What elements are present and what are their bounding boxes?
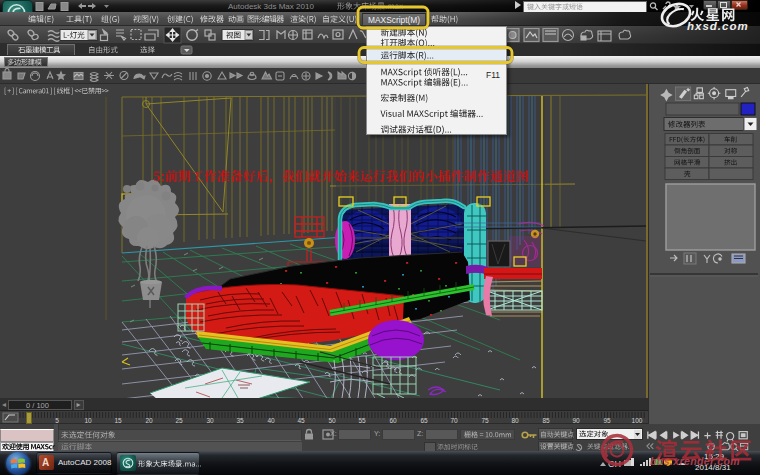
- svg-text:100: 100: [632, 417, 643, 424]
- svg-text:85: 85: [542, 417, 550, 424]
- svg-text:45: 45: [297, 417, 305, 424]
- svg-text:30: 30: [206, 417, 214, 424]
- svg-text:35: 35: [236, 417, 244, 424]
- svg-text:75: 75: [481, 417, 489, 424]
- svg-text:CH: CH: [608, 459, 621, 469]
- svg-text:10: 10: [84, 417, 92, 424]
- svg-text:95: 95: [603, 417, 611, 424]
- svg-text:80: 80: [511, 417, 519, 424]
- svg-text:65: 65: [420, 417, 428, 424]
- svg-text:90: 90: [572, 417, 580, 424]
- svg-text:50: 50: [328, 417, 336, 424]
- svg-text:25: 25: [175, 417, 183, 424]
- svg-text:20: 20: [145, 417, 153, 424]
- svg-text:55: 55: [358, 417, 366, 424]
- svg-text:40: 40: [267, 417, 275, 424]
- svg-text:70: 70: [450, 417, 458, 424]
- svg-text:5: 5: [55, 417, 59, 424]
- svg-text:15: 15: [114, 417, 122, 424]
- svg-text:60: 60: [389, 417, 397, 424]
